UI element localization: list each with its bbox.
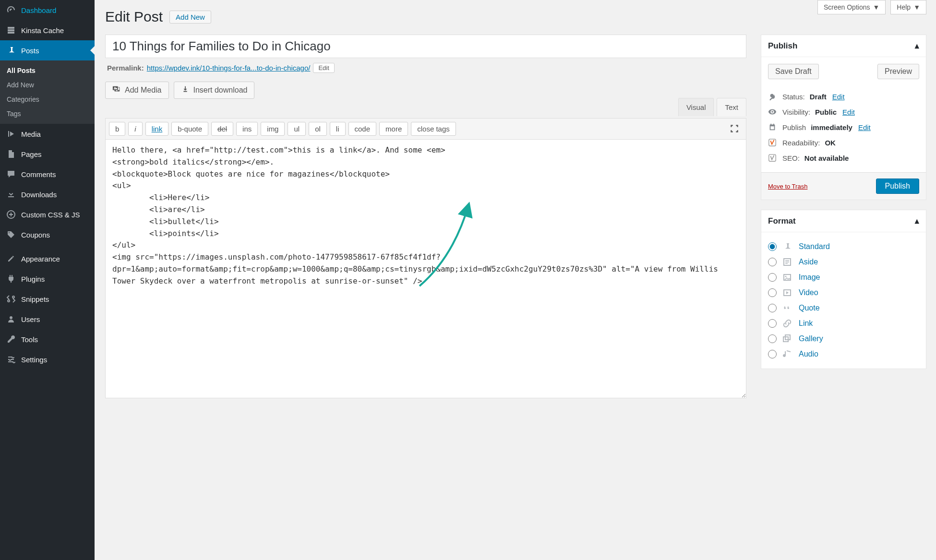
add-new-post-button[interactable]: Add New [169,11,211,24]
format-option-aside[interactable]: Aside [768,254,919,270]
permalink-label: Permalink: [107,64,144,72]
insert-download-button[interactable]: Insert download [174,82,255,99]
sidebar-subitem-all-posts[interactable]: All Posts [0,63,95,78]
format-option-video[interactable]: Video [768,285,919,300]
preview-button[interactable]: Preview [877,64,919,79]
format-option-link[interactable]: Link [768,316,919,331]
side-column: Publish ▴ Save Draft Preview Status: Dra… [761,35,926,369]
publish-box-header[interactable]: Publish ▴ [761,35,926,57]
key-icon [768,92,778,101]
publish-button[interactable]: Publish [876,179,919,194]
toolbar-ol-button[interactable]: ol [309,122,327,136]
toolbar-li-button[interactable]: li [330,122,346,136]
post-title-input[interactable] [105,35,746,58]
format-box: Format ▴ StandardAsideImageVideoQuoteLin… [761,210,926,369]
format-label: Aside [799,258,818,266]
sidebar-item-posts[interactable]: Posts [0,40,95,60]
format-option-audio[interactable]: Audio [768,346,919,362]
toolbar-ins-button[interactable]: ins [236,122,258,136]
fullscreen-icon[interactable] [729,123,741,135]
format-radio-link[interactable] [768,319,777,328]
toolbar-b-button[interactable]: b [109,122,125,136]
sidebar-subitem-categories[interactable]: Categories [0,92,95,107]
publish-box: Publish ▴ Save Draft Preview Status: Dra… [761,35,926,200]
sidebar-item-label: Comments [21,170,56,179]
format-option-standard[interactable]: Standard [768,239,919,254]
publish-box-body: Status: Draft Edit Visibility: Public Ed… [761,82,926,172]
sidebar-item-label: Coupons [21,231,50,239]
format-radio-aside[interactable] [768,258,777,266]
download-icon [181,85,190,95]
sidebar-subitem-add-new[interactable]: Add New [0,78,95,92]
sidebar-item-dashboard[interactable]: Dashboard [0,0,95,20]
toolbar-ul-button[interactable]: ul [288,122,306,136]
format-radio-standard[interactable] [768,242,777,251]
schedule-value: immediately [811,123,852,131]
sidebar-item-snippets[interactable]: Snippets [0,289,95,309]
sidebar-item-users[interactable]: Users [0,309,95,329]
visibility-row: Visibility: Public Edit [768,104,919,119]
appearance-icon [6,253,16,264]
format-option-quote[interactable]: Quote [768,300,919,316]
publish-actions: Move to Trash Publish [761,172,926,200]
pages-icon [6,149,16,159]
sidebar-item-kinsta-cache[interactable]: Kinsta Cache [0,20,95,40]
save-draft-button[interactable]: Save Draft [768,64,819,79]
format-option-image[interactable]: Image [768,270,919,285]
sidebar-item-label: Kinsta Cache [21,26,64,35]
format-option-gallery[interactable]: Gallery [768,331,919,346]
status-edit-link[interactable]: Edit [832,93,845,101]
toolbar-close-tags-button[interactable]: close tags [411,122,456,136]
sidebar-item-plugins[interactable]: Plugins [0,269,95,289]
sidebar-item-appearance[interactable]: Appearance [0,249,95,269]
visibility-edit-link[interactable]: Edit [842,108,855,116]
sidebar-item-tools[interactable]: Tools [0,329,95,349]
sidebar-item-settings[interactable]: Settings [0,349,95,369]
tab-visual[interactable]: Visual [678,98,714,116]
post-content-textarea[interactable] [105,139,746,398]
sidebar-subitem-tags[interactable]: Tags [0,107,95,121]
add-media-button[interactable]: Add Media [105,82,169,99]
schedule-edit-link[interactable]: Edit [858,123,871,131]
format-radio-gallery[interactable] [768,334,777,343]
tab-text[interactable]: Text [717,98,746,116]
format-label: Video [799,288,818,297]
sidebar-item-label: Snippets [21,295,49,303]
sidebar-item-label: Settings [21,356,47,364]
toolbar-del-button[interactable]: del [211,122,233,136]
format-box-header[interactable]: Format ▴ [761,210,926,232]
standard-format-icon [782,242,793,251]
screen-options-label: Screen Options [824,3,870,11]
format-radio-video[interactable] [768,288,777,297]
format-radio-audio[interactable] [768,350,777,358]
permalink-link[interactable]: https://wpdev.ink/10-things-for-fa...to-… [147,64,311,72]
toolbar-link-button[interactable]: link [145,122,169,136]
toolbar-i-button[interactable]: i [128,122,142,136]
media-icon [6,129,16,139]
seo-row: SEO: Not available [768,150,919,166]
cache-icon [6,25,16,36]
sidebar-item-custom-css-js[interactable]: Custom CSS & JS [0,204,95,225]
sidebar-item-comments[interactable]: Comments [0,164,95,184]
toolbar-code-button[interactable]: code [348,122,377,136]
format-radio-quote[interactable] [768,304,777,312]
format-radio-image[interactable] [768,273,777,282]
sidebar-item-pages[interactable]: Pages [0,144,95,164]
toolbar-b-quote-button[interactable]: b-quote [171,122,208,136]
permalink-edit-button[interactable]: Edit [313,63,334,73]
sidebar-item-media[interactable]: Media [0,124,95,144]
main-content: Screen Options ▼ Help ▼ Edit Post Add Ne… [95,0,936,560]
sidebar-item-coupons[interactable]: Coupons [0,225,95,245]
editor-wrap: Visual Text bilinkb-quotedelinsimgulolli… [105,118,746,400]
sidebar-item-label: Posts [21,47,39,55]
page-heading-row: Edit Post Add New [105,9,926,25]
help-button[interactable]: Help ▼ [890,0,926,14]
status-label: Status: [782,93,805,101]
svg-rect-2 [8,32,14,34]
move-to-trash-link[interactable]: Move to Trash [768,183,807,190]
toolbar-more-button[interactable]: more [379,122,408,136]
pin-icon [6,45,16,56]
sidebar-item-downloads[interactable]: Downloads [0,184,95,204]
toolbar-img-button[interactable]: img [261,122,285,136]
screen-options-button[interactable]: Screen Options ▼ [817,0,886,14]
